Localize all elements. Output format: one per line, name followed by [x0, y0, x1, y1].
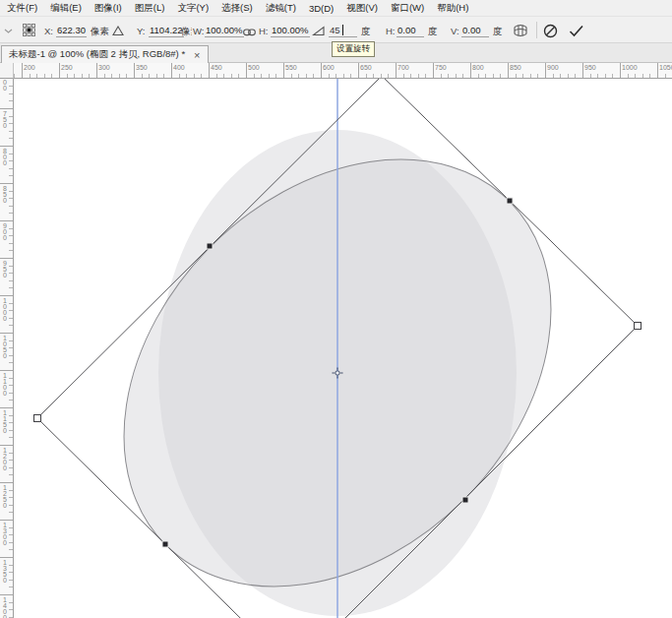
ruler-minor-tick	[522, 74, 523, 78]
rotation-angle-icon	[312, 26, 325, 36]
ruler-label: 600	[323, 64, 335, 71]
ruler-tick	[358, 63, 359, 78]
menu-view[interactable]: 视图(V)	[340, 0, 384, 16]
menu-edit[interactable]: 编辑(E)	[44, 0, 88, 16]
ruler-tick	[0, 146, 13, 147]
ruler-label: 1 1 0 0	[3, 373, 7, 397]
menu-filter[interactable]: 滤镜(T)	[260, 0, 302, 16]
menu-3d[interactable]: 3D(D)	[303, 0, 339, 16]
ruler-label: 8 0 0	[3, 149, 7, 166]
ruler-minor-tick	[119, 74, 120, 78]
ruler-minor-tick	[388, 74, 389, 78]
ruler-label: 1 2 5 0	[3, 485, 7, 509]
ruler-label: 400	[173, 64, 185, 71]
ruler-corner[interactable]	[0, 63, 14, 79]
ruler-minor-tick	[366, 74, 367, 78]
reference-point-locator-icon[interactable]	[23, 24, 35, 36]
y-unit-label: 像素	[181, 26, 192, 38]
ruler-minor-tick	[329, 74, 330, 78]
menu-select[interactable]: 选择(S)	[215, 0, 259, 16]
ruler-label: 950	[584, 64, 596, 71]
ruler-tick	[134, 63, 135, 78]
reference-point-center[interactable]	[28, 29, 31, 31]
ruler-tick	[0, 370, 13, 371]
ruler-minor-tick	[9, 228, 13, 229]
ruler-tick	[657, 63, 658, 78]
ruler-tick	[582, 63, 583, 78]
ruler-minor-tick	[9, 467, 13, 468]
ruler-label: 350	[136, 64, 148, 71]
ruler-minor-tick	[149, 74, 150, 78]
ruler-minor-tick	[9, 609, 13, 610]
y-position-field[interactable]: 1104.22	[149, 25, 184, 37]
rotation-field[interactable]: 45	[329, 25, 357, 37]
cancel-transform-icon[interactable]	[543, 24, 558, 38]
ruler-minor-tick	[9, 474, 13, 475]
ruler-tick	[0, 445, 13, 446]
relative-positioning-triangle-icon[interactable]	[112, 26, 124, 36]
transform-options-bar: X: 622.30 像素 Y: 1104.22 像素 W: 100.00% H:…	[0, 17, 672, 43]
ruler-minor-tick	[9, 549, 13, 550]
v-skew-unit-label: 度	[493, 26, 503, 38]
ruler-minor-tick	[186, 74, 187, 78]
commit-transform-icon[interactable]	[569, 25, 584, 37]
ruler-minor-tick	[425, 74, 426, 78]
height-field[interactable]: 100.00%	[271, 25, 310, 37]
ruler-minor-tick	[163, 74, 164, 78]
h-skew-field[interactable]: 0.00	[397, 25, 424, 37]
warp-mode-toggle-icon[interactable]	[513, 24, 528, 37]
ruler-label: 850	[510, 64, 521, 71]
chevron-down-icon[interactable]	[4, 29, 13, 33]
ruler-minor-tick	[9, 580, 13, 581]
ruler-top[interactable]: 2002503003504004505005506006507007508008…	[14, 63, 672, 79]
ruler-minor-tick	[9, 100, 13, 101]
rotation-unit-label: 度	[361, 26, 371, 38]
ruler-minor-tick	[530, 74, 531, 78]
ruler-minor-tick	[9, 490, 13, 491]
ruler-minor-tick	[9, 542, 13, 543]
ruler-minor-tick	[350, 74, 351, 78]
ruler-minor-tick	[9, 385, 13, 386]
ruler-minor-tick	[642, 74, 643, 78]
ruler-minor-tick	[485, 74, 486, 78]
menu-window[interactable]: 窗口(W)	[385, 0, 430, 16]
ruler-minor-tick	[9, 123, 13, 124]
ruler-label: 1 2 0 0	[3, 448, 7, 471]
ruler-minor-tick	[410, 74, 411, 78]
ruler-label: 250	[61, 64, 73, 71]
menu-type[interactable]: 文字(Y)	[171, 0, 214, 16]
menu-layer[interactable]: 图层(L)	[129, 0, 171, 16]
ruler-minor-tick	[9, 266, 13, 267]
menu-file[interactable]: 文件(F)	[1, 0, 43, 16]
maintain-aspect-ratio-link-icon[interactable]	[243, 29, 256, 36]
ruler-minor-tick	[9, 160, 13, 161]
h-skew-label: H:	[386, 26, 396, 36]
ruler-minor-tick	[275, 74, 276, 78]
ruler-minor-tick	[9, 393, 13, 394]
ruler-minor-tick	[51, 74, 52, 78]
close-icon[interactable]: ×	[194, 50, 200, 60]
ruler-tick	[0, 108, 13, 109]
ruler-minor-tick	[261, 74, 262, 78]
menu-help[interactable]: 帮助(H)	[431, 0, 474, 16]
ruler-left[interactable]: 7 0 07 5 08 0 08 5 09 0 09 5 01 0 0 01 0…	[0, 79, 14, 618]
document-tab[interactable]: 未标题-1 @ 100% (椭圆 2 拷贝, RGB/8#) * ×	[1, 45, 209, 63]
ruler-minor-tick	[9, 86, 13, 87]
height-label: H:	[259, 26, 269, 36]
canvas-work-area[interactable]	[14, 79, 672, 618]
menu-image[interactable]: 图像(I)	[89, 0, 128, 16]
ruler-label: 1 3 0 0	[3, 523, 7, 546]
h-skew-unit-label: 度	[428, 26, 438, 38]
width-field[interactable]: 100.00%	[205, 25, 244, 37]
ruler-minor-tick	[649, 74, 650, 78]
ruler-minor-tick	[575, 74, 576, 78]
ruler-minor-tick	[9, 213, 13, 214]
x-position-field[interactable]: 622.30	[56, 25, 87, 37]
ruler-tick	[171, 63, 172, 78]
ruler-tick	[209, 63, 210, 78]
v-skew-field[interactable]: 0.00	[461, 25, 489, 37]
ruler-minor-tick	[373, 74, 374, 78]
ruler-minor-tick	[9, 587, 13, 587]
x-position-label: X:	[44, 26, 53, 36]
ruler-label: 900	[547, 64, 559, 71]
